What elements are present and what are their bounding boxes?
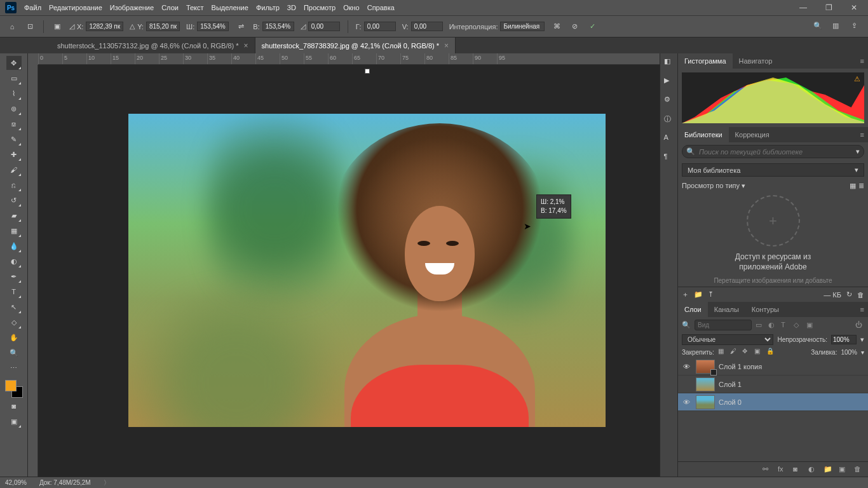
- hand-tool[interactable]: ✋: [6, 330, 22, 344]
- menu-filter[interactable]: Фильтр: [256, 4, 280, 11]
- layer-thumbnail[interactable]: [696, 360, 715, 374]
- quickmask-icon[interactable]: ◙: [6, 399, 22, 413]
- eyedropper-tool[interactable]: ✎: [6, 132, 22, 146]
- panel-menu-icon[interactable]: ≡: [857, 57, 868, 65]
- menu-select[interactable]: Выделение: [212, 4, 248, 11]
- tab-histogram[interactable]: Гистограмма: [678, 53, 733, 69]
- tab-adjustments[interactable]: Коррекция: [729, 127, 776, 142]
- panel-menu-icon[interactable]: ≡: [857, 306, 868, 313]
- visibility-icon[interactable]: [681, 381, 692, 388]
- visibility-icon[interactable]: 👁: [681, 398, 692, 406]
- upload-icon[interactable]: ⤒: [708, 290, 714, 299]
- window-restore-icon[interactable]: ❐: [820, 3, 837, 12]
- paragraph-panel-icon[interactable]: ¶: [664, 152, 674, 163]
- menu-3d[interactable]: 3D: [287, 4, 296, 11]
- lock-transparent-icon[interactable]: ▦: [718, 348, 727, 356]
- adjustment-icon[interactable]: ◐: [808, 465, 817, 474]
- input-width[interactable]: 153,54%: [197, 22, 229, 31]
- layer-name[interactable]: Слой 1: [719, 381, 742, 388]
- pen-tool[interactable]: ✒: [6, 269, 22, 283]
- type-tool[interactable]: T: [6, 285, 22, 299]
- home-icon[interactable]: ⌂: [6, 21, 18, 32]
- crop-tool[interactable]: ⟏: [6, 117, 22, 131]
- filter-adjust-icon[interactable]: ◐: [768, 321, 777, 330]
- search-icon[interactable]: 🔍: [813, 22, 824, 32]
- menu-file[interactable]: Файл: [24, 4, 41, 11]
- layer-row[interactable]: Слой 1: [678, 376, 868, 393]
- group-icon[interactable]: 📁: [824, 465, 832, 474]
- sync-icon[interactable]: ↻: [846, 290, 852, 299]
- tab-close-icon[interactable]: ×: [244, 41, 248, 50]
- tab-paths[interactable]: Контуры: [745, 302, 785, 317]
- input-angle[interactable]: 0,00: [308, 22, 340, 31]
- dropdown-interp[interactable]: Билинейная: [500, 22, 545, 31]
- path-select-tool[interactable]: ↖: [6, 300, 22, 314]
- history-panel-icon[interactable]: ◧: [664, 57, 674, 67]
- layer-thumbnail[interactable]: [696, 395, 715, 409]
- document-tab[interactable]: shutterstock_788738392.jpg @ 42,1% (Слой…: [255, 37, 456, 53]
- grid-view-icon[interactable]: ▦: [850, 182, 856, 190]
- tab-navigator[interactable]: Навигатор: [733, 53, 779, 69]
- layer-name[interactable]: Слой 0: [719, 398, 742, 406]
- screenmode-icon[interactable]: ▣: [6, 414, 22, 428]
- menu-image[interactable]: Изображение: [110, 4, 154, 11]
- trash-icon[interactable]: 🗑: [857, 291, 864, 299]
- share-icon[interactable]: ⇪: [851, 22, 862, 32]
- library-search[interactable]: 🔍 ▾: [682, 145, 864, 158]
- actions-panel-icon[interactable]: ▶: [664, 76, 674, 86]
- zoom-level[interactable]: 42,09%: [5, 479, 27, 486]
- library-search-input[interactable]: [699, 148, 852, 156]
- lock-all-icon[interactable]: 🔒: [766, 348, 775, 356]
- document-canvas[interactable]: [128, 114, 606, 427]
- input-x[interactable]: 1282,39 пк: [86, 22, 123, 31]
- layer-name[interactable]: Слой 1 копия: [719, 363, 762, 370]
- menu-help[interactable]: Справка: [367, 4, 395, 11]
- stamp-tool[interactable]: ⎌: [6, 178, 22, 192]
- filter-smart-icon[interactable]: ▣: [806, 321, 815, 330]
- quick-select-tool[interactable]: ⊚: [6, 102, 22, 116]
- gradient-tool[interactable]: ▦: [6, 224, 22, 238]
- filter-pixel-icon[interactable]: ▭: [756, 321, 764, 330]
- input-hskew[interactable]: 0,00: [364, 22, 396, 31]
- healing-tool[interactable]: ✚: [6, 147, 22, 161]
- fill-value[interactable]: 100%: [841, 349, 857, 356]
- library-selector[interactable]: Моя библиотека ▾: [682, 163, 864, 177]
- eraser-tool[interactable]: ▰: [6, 208, 22, 222]
- library-dropzone[interactable]: + Доступ к ресурсам из приложений Adobe …: [682, 195, 864, 284]
- dodge-tool[interactable]: ◐: [6, 254, 22, 268]
- menu-window[interactable]: Окно: [343, 4, 360, 11]
- window-minimize-icon[interactable]: ―: [794, 3, 812, 12]
- menu-edit[interactable]: Редактирование: [49, 4, 102, 11]
- lock-pixels-icon[interactable]: 🖌: [730, 348, 739, 356]
- canvas-area[interactable]: 0 5 10 15 20 25 30 35 40 45 50 55 60 65 …: [28, 53, 660, 477]
- menu-view[interactable]: Просмотр: [304, 4, 336, 11]
- filter-type-icon[interactable]: T: [781, 321, 790, 330]
- menu-type[interactable]: Текст: [186, 4, 204, 11]
- visibility-icon[interactable]: 👁: [681, 363, 692, 370]
- lock-position-icon[interactable]: ✥: [742, 348, 751, 356]
- character-panel-icon[interactable]: A: [664, 133, 674, 144]
- commit-transform-icon[interactable]: ✓: [587, 21, 598, 32]
- mask-icon[interactable]: ◙: [793, 465, 802, 474]
- panel-menu-icon[interactable]: ≡: [857, 131, 868, 139]
- filter-toggle-icon[interactable]: ⏻: [855, 321, 864, 330]
- transform-handle[interactable]: [365, 69, 370, 74]
- delete-layer-icon[interactable]: 🗑: [854, 465, 863, 474]
- layer-row[interactable]: 👁 Слой 1 копия: [678, 358, 868, 376]
- tab-layers[interactable]: Слои: [678, 302, 708, 317]
- layer-filter-input[interactable]: [695, 320, 752, 330]
- blur-tool[interactable]: 💧: [6, 239, 22, 253]
- link-layers-icon[interactable]: ⚯: [763, 465, 771, 474]
- chevron-down-icon[interactable]: ▾: [860, 336, 864, 344]
- blend-mode-select[interactable]: Обычные: [682, 334, 773, 345]
- info-panel-icon[interactable]: ⓘ: [664, 114, 674, 125]
- window-close-icon[interactable]: ✕: [845, 3, 863, 12]
- view-by-type[interactable]: Просмотр по типу ▾: [682, 182, 745, 190]
- folder-icon[interactable]: 📁: [694, 290, 703, 299]
- opacity-value[interactable]: 100%: [831, 335, 857, 344]
- input-y[interactable]: 815,20 пк: [146, 22, 180, 31]
- arrange-icon[interactable]: ▥: [832, 22, 843, 32]
- properties-panel-icon[interactable]: ⚙: [664, 95, 674, 105]
- history-brush-tool[interactable]: ↺: [6, 193, 22, 207]
- shape-tool[interactable]: ◇: [6, 315, 22, 329]
